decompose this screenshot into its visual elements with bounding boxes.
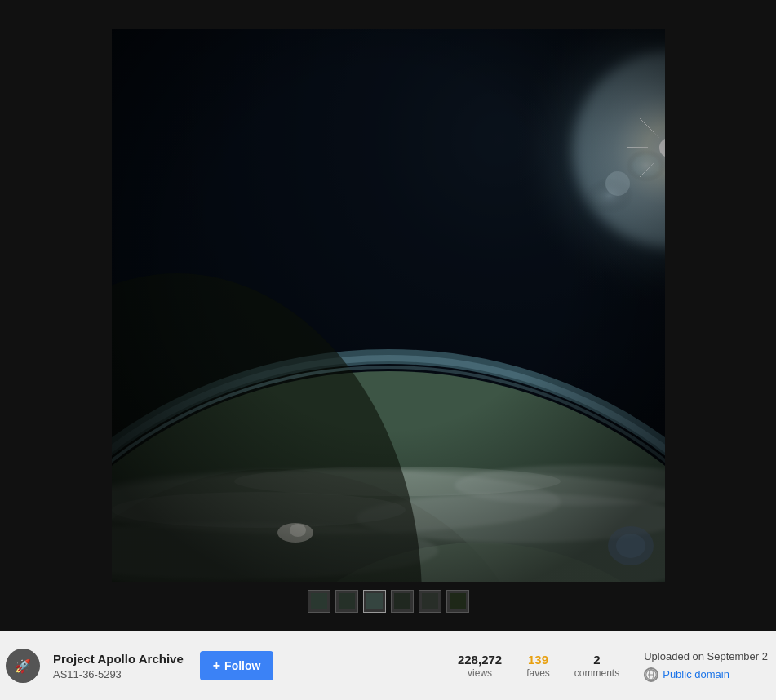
views-label: views bbox=[468, 667, 492, 679]
views-value: 228,272 bbox=[458, 653, 502, 667]
avatar: 🚀 bbox=[6, 649, 40, 683]
public-domain-icon bbox=[644, 667, 658, 682]
comments-label: comments bbox=[574, 667, 619, 679]
thumbnail-5[interactable] bbox=[419, 590, 441, 613]
thumbnail-2[interactable] bbox=[335, 590, 358, 613]
public-domain[interactable]: Public domain bbox=[644, 667, 729, 682]
stat-views: 228,272 views bbox=[458, 653, 502, 679]
stats-section: 228,272 views 139 faves 2 comments bbox=[458, 653, 644, 679]
plus-icon: + bbox=[213, 658, 220, 673]
username[interactable]: Project Apollo Archive bbox=[53, 652, 184, 666]
thumbnail-3[interactable] bbox=[363, 590, 386, 613]
info-bar: 🚀 Project Apollo Archive AS11-36-5293 + … bbox=[0, 631, 776, 700]
svg-rect-39 bbox=[112, 29, 665, 582]
thumbnail-6[interactable] bbox=[446, 590, 469, 613]
faves-value: 139 bbox=[528, 653, 548, 667]
svg-text:🚀: 🚀 bbox=[15, 658, 31, 674]
thumbnail-4[interactable] bbox=[391, 590, 414, 613]
stat-faves: 139 faves bbox=[526, 653, 550, 679]
follow-button[interactable]: + Follow bbox=[200, 651, 274, 680]
upload-date: Uploaded on September 2 bbox=[644, 650, 768, 662]
thumbnail-strip bbox=[0, 582, 776, 622]
faves-label: faves bbox=[526, 667, 550, 679]
follow-label: Follow bbox=[224, 659, 260, 672]
user-info: Project Apollo Archive AS11-36-5293 bbox=[45, 652, 192, 680]
image-container bbox=[0, 0, 776, 582]
thumbnail-1[interactable] bbox=[308, 590, 330, 613]
photo-id: AS11-36-5293 bbox=[53, 668, 184, 680]
stat-comments: 2 comments bbox=[574, 653, 619, 679]
space-image bbox=[112, 29, 665, 582]
main-photo[interactable] bbox=[112, 29, 665, 582]
comments-value: 2 bbox=[593, 653, 600, 667]
avatar-container: 🚀 bbox=[0, 631, 45, 701]
upload-info: Uploaded on September 2 Public domain bbox=[644, 650, 776, 682]
main-layout bbox=[0, 0, 776, 622]
public-domain-label: Public domain bbox=[663, 668, 729, 680]
